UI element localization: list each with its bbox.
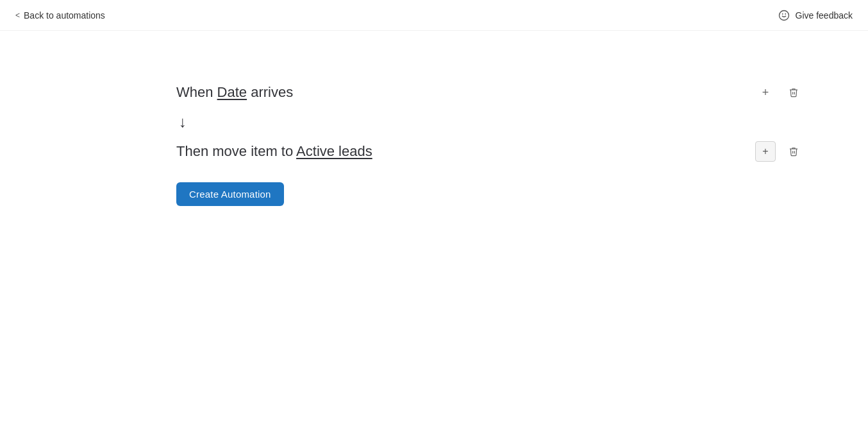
when-delete-button[interactable] <box>783 82 804 103</box>
then-prefix: Then move item to <box>176 143 296 159</box>
give-feedback-button[interactable]: Give feedback <box>778 9 853 22</box>
svg-point-0 <box>779 10 789 20</box>
then-action-text: Then move item to Active leads <box>176 143 372 160</box>
back-label: Back to automations <box>24 10 105 21</box>
then-row: Then move item to Active leads + <box>176 141 868 162</box>
when-condition-text: When Date arrives <box>176 84 293 101</box>
then-destination[interactable]: Active leads <box>296 143 372 159</box>
flow-arrow: ↓ <box>176 113 868 131</box>
back-to-automations-link[interactable]: < Back to automations <box>15 10 105 21</box>
chevron-left-icon: < <box>15 11 20 20</box>
create-automation-button[interactable]: Create Automation <box>176 182 284 206</box>
automation-builder: When Date arrives + ↓ Then move item to … <box>0 31 868 206</box>
when-row-actions: + <box>755 82 804 103</box>
when-trigger[interactable]: Date <box>217 84 247 100</box>
when-prefix: When <box>176 84 217 100</box>
top-bar: < Back to automations Give feedback <box>0 0 868 31</box>
then-row-actions: + <box>755 141 804 162</box>
when-suffix: arrives <box>247 84 293 100</box>
feedback-icon <box>778 9 790 22</box>
then-delete-button[interactable] <box>783 141 804 162</box>
feedback-label: Give feedback <box>796 10 853 21</box>
when-row: When Date arrives + <box>176 82 868 103</box>
then-add-button[interactable]: + <box>755 141 776 162</box>
when-add-button[interactable]: + <box>755 82 776 103</box>
